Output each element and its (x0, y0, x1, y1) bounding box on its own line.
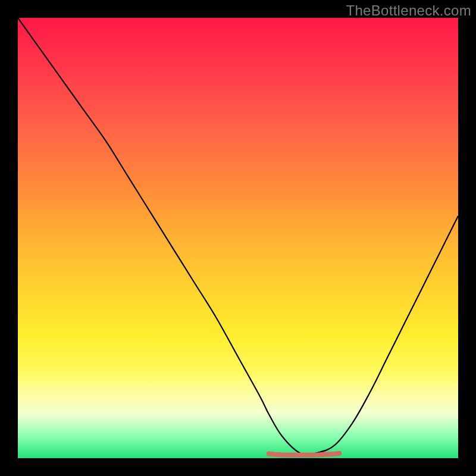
plot-area (18, 18, 458, 458)
bottleneck-curve-right (300, 216, 458, 455)
chart-frame: TheBottleneck.com (0, 0, 476, 476)
bottleneck-curve-left (18, 18, 317, 455)
optimal-flat-segment (269, 453, 339, 455)
watermark-text: TheBottleneck.com (346, 2, 471, 19)
chart-svg (18, 18, 458, 458)
